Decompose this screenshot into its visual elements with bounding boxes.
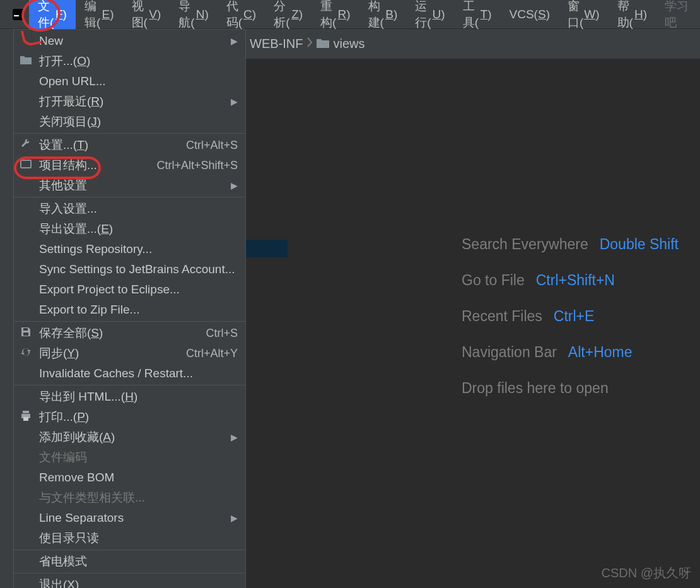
drop-hint: Drop files here to open: [462, 381, 609, 396]
menu-item-label: 导入设置...: [39, 201, 238, 217]
menu-item-label: 设置...(T): [39, 137, 186, 153]
menu-item-label: 与文件类型相关联...: [39, 490, 238, 506]
menu-item-label: Open URL...: [39, 74, 238, 88]
menu-item-label: 导出设置...(E): [39, 221, 238, 237]
brackets-icon: [19, 160, 33, 171]
menu-item-label: 打印...(P): [39, 409, 238, 425]
hint-shortcut: Double Shift: [600, 237, 679, 252]
menu-item[interactable]: 打开...(O): [14, 51, 245, 71]
menu-item[interactable]: 导出到 HTML...(H): [14, 387, 245, 407]
menu-item-label: 同步(Y): [39, 345, 186, 362]
menu-item[interactable]: Open URL...: [14, 71, 245, 91]
menu-item[interactable]: Export Project to Eclipse...: [14, 279, 245, 300]
menu-item-shortcut: Ctrl+S: [206, 327, 238, 340]
menu-item-label: Settings Repository...: [39, 242, 238, 256]
menubar-item[interactable]: 导航(N): [170, 0, 217, 29]
menu-item[interactable]: 打印...(P): [14, 407, 245, 427]
menu-item-label: New: [39, 34, 231, 48]
menu-item-shortcut: Ctrl+Alt+S: [186, 139, 238, 152]
menu-item-shortcut: Ctrl+Alt+Y: [186, 347, 238, 360]
submenu-arrow-icon: ▶: [231, 432, 238, 442]
svg-rect-0: [13, 9, 24, 20]
menu-item-label: Line Separators: [39, 511, 231, 525]
welcome-hints: Search EverywhereDouble ShiftGo to FileC…: [462, 237, 679, 417]
app-logo-icon: [13, 8, 24, 21]
submenu-arrow-icon: ▶: [231, 97, 238, 107]
menubar-item[interactable]: 工具(T): [454, 0, 501, 29]
svg-rect-14: [23, 332, 28, 336]
menu-item[interactable]: 添加到收藏(A)▶: [14, 427, 245, 447]
menu-item[interactable]: 关闭项目(J): [14, 112, 245, 132]
menu-item-label: 导出到 HTML...(H): [39, 389, 238, 405]
menubar-item[interactable]: 运行(U): [406, 0, 453, 29]
hint-label: Go to File: [462, 273, 525, 288]
breadcrumb-part: WEB-INF: [250, 37, 303, 51]
menu-item[interactable]: Invalidate Caches / Restart...: [14, 363, 245, 384]
menu-item-label: Sync Settings to JetBrains Account...: [39, 262, 238, 276]
folder-icon: [317, 37, 329, 51]
menu-item[interactable]: Sync Settings to JetBrains Account...: [14, 259, 245, 279]
menu-item[interactable]: 保存全部(S)Ctrl+S: [14, 323, 245, 343]
menubar-item[interactable]: 分析(Z): [265, 0, 312, 29]
sync-icon: [19, 347, 33, 360]
menu-item-label: Invalidate Caches / Restart...: [39, 367, 238, 380]
file-menu-dropdown: New▶打开...(O)Open URL...打开最近(R)▶关闭项目(J)设置…: [13, 29, 246, 588]
svg-rect-16: [23, 411, 29, 413]
menu-item-label: 省电模式: [39, 553, 238, 570]
menu-item[interactable]: 导出设置...(E): [14, 219, 245, 239]
menu-item[interactable]: Line Separators▶: [14, 508, 245, 528]
menu-item[interactable]: 退出(X): [14, 575, 245, 588]
menu-item[interactable]: 其他设置▶: [14, 175, 245, 196]
menu-item[interactable]: 设置...(T)Ctrl+Alt+S: [14, 135, 245, 155]
hint-shortcut: Alt+Home: [568, 345, 633, 360]
hint-shortcut: Ctrl+Shift+N: [536, 273, 615, 288]
menu-item[interactable]: 项目结构...Ctrl+Alt+Shift+S: [14, 155, 245, 175]
menu-item[interactable]: Settings Repository...: [14, 239, 245, 259]
hint-label: Recent Files: [462, 309, 542, 324]
svg-rect-18: [23, 417, 28, 421]
menubar-item[interactable]: 窗口(W): [559, 0, 609, 29]
selected-tree-item: [246, 240, 288, 257]
menubar-item[interactable]: 视图(V): [123, 0, 170, 29]
menu-item[interactable]: 导入设置...: [14, 199, 245, 219]
hint-shortcut: Ctrl+E: [554, 309, 595, 324]
submenu-arrow-icon: ▶: [231, 180, 238, 191]
menu-item-label: 打开最近(R): [39, 93, 231, 110]
menubar-item[interactable]: 构建(B): [359, 0, 407, 29]
menu-item-label: 添加到收藏(A): [39, 429, 231, 445]
menu-item-label: 其他设置: [39, 177, 231, 194]
breadcrumb-part: views: [333, 37, 365, 51]
menu-item[interactable]: 使目录只读: [14, 528, 245, 548]
menu-item-label: 使目录只读: [39, 530, 238, 546]
menu-item-label: 退出(X): [39, 577, 238, 588]
menu-item-shortcut: Ctrl+Alt+Shift+S: [156, 159, 238, 172]
menubar-item[interactable]: VCS(S): [501, 0, 559, 29]
menubar-item[interactable]: 代码(C): [218, 0, 265, 29]
menu-item[interactable]: New▶: [14, 31, 245, 51]
submenu-arrow-icon: ▶: [231, 36, 238, 46]
svg-rect-15: [23, 328, 28, 331]
print-icon: [19, 411, 33, 423]
menubar-item[interactable]: 编辑(E): [76, 0, 123, 29]
menu-item-label: 打开...(O): [39, 53, 238, 69]
menu-item[interactable]: 省电模式: [14, 551, 245, 572]
watermark: CSDN @执久呀: [601, 565, 691, 582]
menu-item-label: 关闭项目(J): [39, 114, 238, 130]
save-icon: [19, 327, 33, 339]
folder-icon: [19, 56, 33, 67]
menubar-item[interactable]: 重构(R): [312, 0, 359, 29]
menu-item[interactable]: 打开最近(R)▶: [14, 91, 245, 112]
hint-label: Search Everywhere: [462, 237, 588, 252]
menubar-item[interactable]: 帮助(H): [609, 0, 656, 29]
breadcrumb[interactable]: WEB-INF views: [246, 29, 700, 59]
menu-item[interactable]: Export to Zip File...: [14, 300, 245, 320]
menubar: 文件(F)编辑(E)视图(V)导航(N)代码(C)分析(Z)重构(R)构建(B)…: [0, 0, 700, 29]
menu-item[interactable]: Remove BOM: [14, 467, 245, 488]
menu-item-label: Export Project to Eclipse...: [39, 283, 238, 297]
svg-rect-13: [21, 161, 30, 167]
chevron-right-icon: [306, 37, 313, 51]
wrench-icon: [19, 139, 33, 151]
menubar-item[interactable]: 学习吧: [656, 0, 700, 29]
menubar-item[interactable]: 文件(F): [29, 0, 76, 29]
menu-item[interactable]: 同步(Y)Ctrl+Alt+Y: [14, 343, 245, 363]
